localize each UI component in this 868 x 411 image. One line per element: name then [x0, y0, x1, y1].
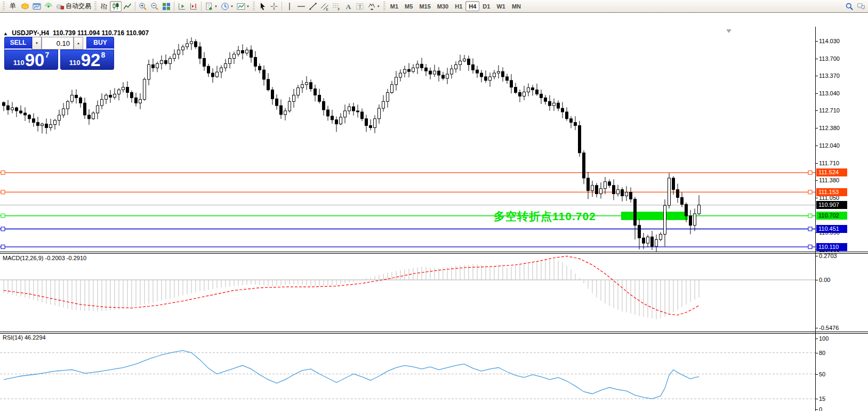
dropdown-arrow-icon[interactable]: ▼ [246, 5, 250, 8]
price-axis-label: 113.700 [819, 55, 840, 62]
timeframe-button-m5[interactable]: M5 [401, 1, 416, 11]
macd-pane[interactable] [0, 254, 815, 332]
candle-body [323, 101, 325, 110]
candle-body [220, 68, 223, 72]
price-axis-tick [816, 76, 818, 76]
candle-body [596, 186, 598, 194]
candle-body [122, 87, 125, 90]
line-handle-icon[interactable] [1, 227, 5, 231]
line-handle-icon[interactable] [1, 214, 5, 217]
candlestick-chart-icon[interactable] [110, 1, 122, 12]
volume-input[interactable]: 0.10 [42, 37, 74, 50]
line-handle-icon[interactable] [1, 245, 5, 249]
volume-increase-button[interactable]: ▲ [74, 37, 83, 50]
candle-body [442, 75, 445, 78]
candle-body [493, 73, 496, 77]
cursor-icon[interactable] [256, 1, 268, 12]
dropdown-arrow-icon[interactable]: ▼ [377, 5, 380, 8]
volume-decrease-button[interactable]: ▼ [32, 37, 42, 50]
candle-body [3, 102, 5, 106]
line-handle-icon[interactable] [808, 245, 812, 249]
auto-scroll-icon[interactable] [176, 1, 188, 12]
price-badge-110.451: 110.451 [816, 225, 847, 233]
dropdown-arrow-icon[interactable]: ▼ [230, 5, 234, 8]
dropdown-arrow-icon[interactable]: ▼ [214, 5, 218, 8]
sell-price-big: 90 [25, 52, 45, 68]
indicators-icon[interactable]: ▼ [235, 1, 251, 12]
price-axis-tick [816, 59, 818, 59]
timeframe-button-m1[interactable]: M1 [387, 1, 401, 11]
chart-shift-icon[interactable] [188, 1, 199, 12]
candle-body [630, 192, 632, 199]
channel-icon[interactable]: E [319, 1, 331, 12]
price-axis-label: 111.380 [819, 177, 839, 183]
market-watch-icon[interactable] [31, 1, 43, 12]
price-axis-tick [816, 198, 818, 198]
macd-label: MACD(12,26,9) -0.2003 -0.2910 [3, 255, 86, 261]
tile-windows-icon[interactable] [160, 1, 172, 12]
trendline-icon[interactable] [307, 1, 319, 12]
search-icon[interactable] [843, 1, 855, 12]
candle-body [41, 124, 44, 126]
line-handle-icon[interactable] [808, 227, 812, 231]
candle-body [276, 99, 278, 106]
timeframe-button-h1[interactable]: H1 [452, 1, 465, 11]
line-chart-icon[interactable] [122, 1, 133, 12]
timeframe-button-mn[interactable]: MN [509, 1, 524, 11]
timeframe-button-h4[interactable]: H4 [465, 1, 479, 11]
candle-body [301, 85, 304, 88]
rsi-axis-label: 15 [819, 396, 825, 402]
text-icon[interactable]: A [342, 1, 354, 12]
horizontal-line-icon[interactable] [295, 1, 307, 12]
candle-body [446, 74, 449, 78]
rsi-axis-label: 100 [819, 335, 829, 342]
line-handle-icon[interactable] [808, 190, 812, 194]
line-handle-icon[interactable] [1, 190, 5, 194]
timeframe-button-m30[interactable]: M30 [434, 1, 452, 11]
buy-price-tile[interactable]: 110 92 8 [60, 50, 114, 70]
line-handle-icon[interactable] [808, 171, 812, 174]
buy-button[interactable]: BUY [86, 37, 114, 50]
pivot-zone-rectangle[interactable] [621, 212, 688, 220]
signals-icon[interactable] [43, 1, 54, 12]
line-handle-icon[interactable] [1, 171, 5, 174]
partial-order-label[interactable]: 单 [6, 1, 19, 12]
chart-region: ▲ USDJPY-,H4 110.739 111.094 110.716 110… [0, 13, 868, 411]
candle-body [126, 87, 129, 93]
crosshair-icon[interactable] [268, 1, 280, 12]
timeframe-button-d1[interactable]: D1 [479, 1, 493, 11]
text-label-icon[interactable]: T [354, 1, 366, 12]
zoom-out-icon[interactable] [149, 1, 160, 12]
candle-body [387, 93, 389, 102]
line-handle-icon[interactable] [808, 214, 812, 217]
chart-shift-marker-icon[interactable] [726, 29, 732, 33]
history-center-icon[interactable] [19, 1, 31, 12]
candle-body [310, 83, 312, 89]
candle-body [79, 98, 82, 103]
bar-chart-icon[interactable] [98, 1, 110, 12]
candle-body [331, 116, 334, 120]
main-price-pane[interactable] [0, 27, 815, 252]
templates-icon[interactable]: ▼ [203, 1, 219, 12]
arrows-icon[interactable]: ▼ [366, 1, 382, 12]
candle-body [173, 54, 176, 59]
vertical-line-icon[interactable] [284, 1, 295, 12]
collapse-triangle-icon[interactable]: ▲ [3, 31, 8, 36]
sell-button[interactable]: SELL [4, 37, 32, 50]
timeframe-button-m15[interactable]: M15 [416, 1, 433, 11]
fibonacci-icon[interactable]: F [331, 1, 342, 12]
zoom-in-icon[interactable] [137, 1, 149, 12]
pivot-annotation-text[interactable]: 多空转折点110.702 [494, 209, 596, 224]
macd-axis-label: -0.5476 [819, 325, 839, 331]
sell-price-tile[interactable]: 110 90 7 [4, 50, 58, 70]
chat-icon[interactable] [855, 1, 867, 12]
auto-trading-button[interactable]: 自动交易 [54, 1, 93, 12]
timeframe-button-w1[interactable]: W1 [493, 1, 509, 11]
candle-body [54, 120, 57, 125]
candle-body [425, 68, 428, 71]
rsi-pane[interactable] [0, 334, 815, 411]
periods-icon[interactable]: ▼ [219, 1, 235, 12]
candle-body [280, 106, 283, 115]
candle-body [15, 108, 18, 111]
candle-body [178, 50, 180, 54]
